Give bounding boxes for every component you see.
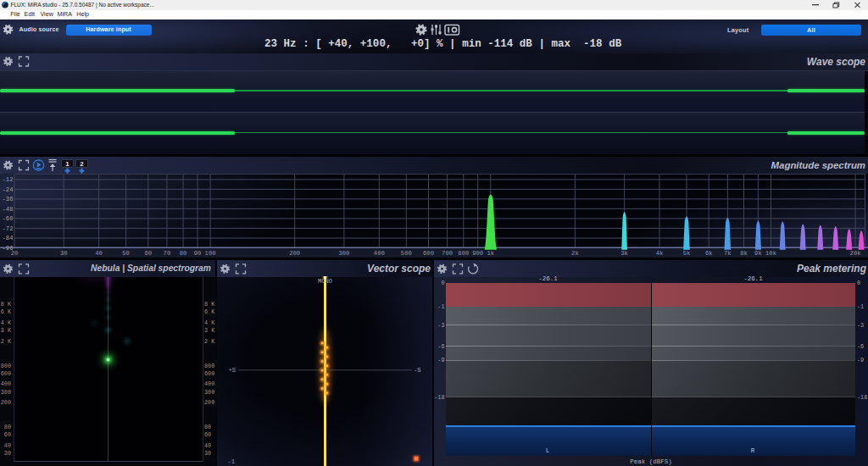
svg-text:90: 90 xyxy=(194,250,202,257)
svg-text:-S: -S xyxy=(414,367,420,374)
svg-text:200: 200 xyxy=(204,399,214,406)
svg-text:900: 900 xyxy=(472,250,483,257)
svg-text:5k: 5k xyxy=(683,250,691,257)
svg-text:600: 600 xyxy=(423,250,434,257)
svg-text:2: 2 xyxy=(80,160,84,168)
svg-text:40: 40 xyxy=(4,442,11,449)
svg-text:-1: -1 xyxy=(228,458,235,465)
svg-text:-3: -3 xyxy=(437,322,444,329)
svg-text:300: 300 xyxy=(204,388,214,395)
svg-text:-6: -6 xyxy=(857,343,864,350)
svg-text:200: 200 xyxy=(1,399,11,406)
svg-text:-36: -36 xyxy=(3,196,14,202)
svg-text:0: 0 xyxy=(857,280,860,286)
svg-text:60: 60 xyxy=(204,431,211,438)
svg-text:3 K: 3 K xyxy=(1,326,12,333)
svg-text:2k: 2k xyxy=(571,250,579,257)
svg-text:30: 30 xyxy=(204,450,211,457)
svg-text:6 K: 6 K xyxy=(204,308,215,315)
svg-text:600: 600 xyxy=(1,369,11,376)
svg-text:1k: 1k xyxy=(487,250,494,257)
svg-text:2 K: 2 K xyxy=(204,337,215,344)
svg-text:7k: 7k xyxy=(724,250,732,257)
svg-text:1: 1 xyxy=(65,160,70,168)
svg-text:80: 80 xyxy=(204,424,211,430)
svg-text:-24: -24 xyxy=(3,186,14,192)
svg-text:30: 30 xyxy=(4,450,11,457)
svg-text:-18: -18 xyxy=(857,394,867,401)
svg-text:-3: -3 xyxy=(857,322,864,329)
svg-text:4k: 4k xyxy=(656,250,664,257)
svg-text:50: 50 xyxy=(122,250,130,257)
svg-text:MONO: MONO xyxy=(318,278,332,285)
svg-text:8 K: 8 K xyxy=(204,300,215,307)
svg-text:700: 700 xyxy=(442,250,453,257)
svg-text:200: 200 xyxy=(289,250,300,257)
svg-text:20k: 20k xyxy=(850,250,861,257)
svg-text:400: 400 xyxy=(204,380,214,387)
svg-text:6 K: 6 K xyxy=(1,308,12,315)
svg-text:0: 0 xyxy=(441,280,444,286)
svg-text:8 K: 8 K xyxy=(1,300,12,307)
svg-text:800: 800 xyxy=(458,250,469,257)
svg-text:500: 500 xyxy=(401,250,412,257)
svg-text:4 K: 4 K xyxy=(204,319,215,325)
svg-text:80: 80 xyxy=(4,424,11,430)
svg-text:-84: -84 xyxy=(3,235,14,241)
svg-text:-9: -9 xyxy=(437,357,444,363)
svg-text:30: 30 xyxy=(60,250,68,257)
svg-text:3 K: 3 K xyxy=(204,326,215,333)
svg-text:300: 300 xyxy=(1,388,11,395)
svg-text:100: 100 xyxy=(205,250,216,257)
svg-text:-9: -9 xyxy=(857,357,864,363)
svg-text:300: 300 xyxy=(338,250,349,257)
svg-text:-18: -18 xyxy=(434,394,444,401)
svg-text:800: 800 xyxy=(204,362,214,369)
svg-text:70: 70 xyxy=(164,250,171,257)
svg-text:-12: -12 xyxy=(3,176,14,183)
svg-text:8k: 8k xyxy=(740,250,748,257)
svg-text:40: 40 xyxy=(95,250,103,257)
svg-text:2 K: 2 K xyxy=(1,337,12,344)
svg-text:-48: -48 xyxy=(3,205,14,212)
svg-text:-1: -1 xyxy=(437,303,444,310)
svg-text:10k: 10k xyxy=(765,250,776,257)
svg-text:400: 400 xyxy=(1,380,11,387)
svg-text:-6: -6 xyxy=(437,343,444,350)
svg-text:3k: 3k xyxy=(620,250,628,257)
svg-text:9k: 9k xyxy=(754,250,762,257)
svg-text:4 K: 4 K xyxy=(1,319,12,325)
svg-text:20: 20 xyxy=(11,250,19,257)
svg-text:60: 60 xyxy=(4,431,11,438)
svg-text:+S: +S xyxy=(229,367,236,374)
svg-text:60: 60 xyxy=(144,250,152,257)
svg-text:-60: -60 xyxy=(3,215,14,222)
svg-text:800: 800 xyxy=(1,362,11,369)
svg-text:-1: -1 xyxy=(857,303,864,310)
svg-text:600: 600 xyxy=(204,369,214,376)
svg-text:80: 80 xyxy=(180,250,187,257)
svg-text:-72: -72 xyxy=(3,225,14,231)
svg-text:6k: 6k xyxy=(705,250,713,257)
svg-text:40: 40 xyxy=(204,442,211,449)
svg-text:400: 400 xyxy=(374,250,385,257)
